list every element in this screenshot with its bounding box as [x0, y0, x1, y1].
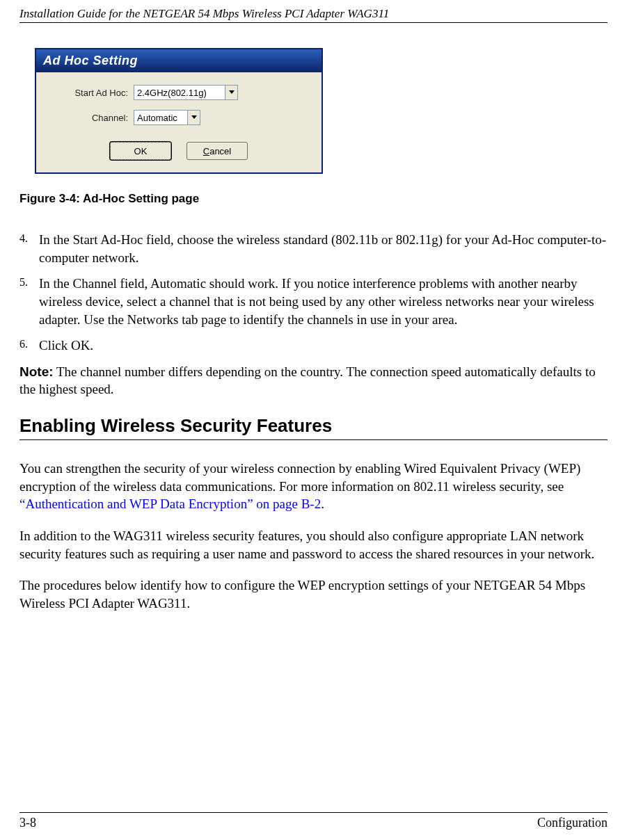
cancel-button-label: Cancel [203, 146, 231, 156]
step-list: 4. In the Start Ad-Hoc field, choose the… [19, 231, 608, 355]
cancel-button[interactable]: Cancel [186, 142, 248, 160]
dropdown-icon[interactable] [225, 86, 237, 99]
step-text: In the Start Ad-Hoc field, choose the wi… [39, 231, 608, 266]
section-heading: Enabling Wireless Security Features [19, 415, 608, 437]
paragraph-1: You can strengthen the security of your … [19, 460, 608, 513]
dialog-button-row: OK Cancel [46, 135, 312, 168]
header-rule [19, 22, 608, 23]
channel-row: Channel: Automatic [46, 110, 312, 125]
note-text: The channel number differs depending on … [19, 364, 596, 397]
step-number: 5. [19, 275, 39, 328]
channel-label: Channel: [46, 113, 128, 123]
para1-part-b: . [321, 496, 324, 511]
step-number: 4. [19, 231, 39, 266]
channel-combo[interactable]: Automatic [134, 110, 200, 125]
start-adhoc-value: 2.4GHz(802.11g) [134, 88, 225, 98]
cross-reference-link[interactable]: “Authentication and WEP Data Encryption”… [19, 496, 321, 511]
page-number: 3-8 [19, 816, 36, 830]
list-item: 5. In the Channel field, Automatic shoul… [19, 275, 608, 328]
list-item: 4. In the Start Ad-Hoc field, choose the… [19, 231, 608, 266]
ad-hoc-dialog: Ad Hoc Setting Start Ad Hoc: 2.4GHz(802.… [35, 48, 323, 174]
doc-header-title: Installation Guide for the NETGEAR 54 Mb… [19, 7, 608, 21]
start-adhoc-combo[interactable]: 2.4GHz(802.11g) [134, 85, 238, 100]
step-text: Click OK. [39, 337, 608, 355]
paragraph-2: In addition to the WAG311 wireless secur… [19, 527, 608, 563]
section-rule [19, 439, 608, 440]
svg-marker-1 [191, 115, 197, 119]
page-footer: 3-8 Configuration [19, 812, 608, 830]
list-item: 6. Click OK. [19, 337, 608, 355]
step-number: 6. [19, 337, 39, 355]
note-label: Note: [19, 364, 54, 379]
paragraph-3: The procedures below identify how to con… [19, 576, 608, 612]
ok-button[interactable]: OK [110, 142, 171, 160]
footer-section: Configuration [537, 816, 608, 830]
start-adhoc-label: Start Ad Hoc: [46, 88, 128, 98]
step-text: In the Channel field, Automatic should w… [39, 275, 608, 328]
dialog-body: Start Ad Hoc: 2.4GHz(802.11g) Channel: A… [36, 72, 322, 172]
start-adhoc-row: Start Ad Hoc: 2.4GHz(802.11g) [46, 85, 312, 100]
dialog-titlebar: Ad Hoc Setting [36, 49, 322, 72]
dropdown-icon[interactable] [187, 111, 200, 124]
channel-value: Automatic [134, 113, 187, 123]
footer-rule [19, 812, 608, 813]
ok-button-label: OK [134, 146, 148, 156]
dialog-figure: Ad Hoc Setting Start Ad Hoc: 2.4GHz(802.… [35, 48, 608, 174]
svg-marker-0 [229, 90, 235, 94]
para1-part-a: You can strengthen the security of your … [19, 461, 580, 494]
figure-caption: Figure 3-4: Ad-Hoc Setting page [19, 192, 608, 206]
note-paragraph: Note: The channel number differs dependi… [19, 363, 608, 398]
